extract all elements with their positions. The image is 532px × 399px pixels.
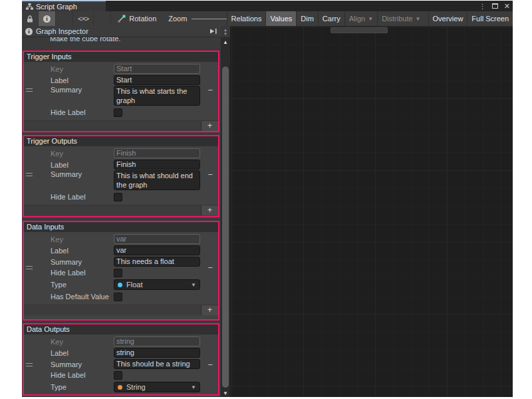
toolbar-button-label: Align <box>349 15 365 23</box>
inspector-section-trigger-inputs: Trigger InputsKeyStartLabelStartSummaryT… <box>23 51 219 132</box>
section-fields: KeyStartLabelStartSummaryThis is what st… <box>24 63 218 118</box>
field-row: Hide Label <box>24 267 218 278</box>
key-field: Finish <box>114 148 200 158</box>
toolbar-spacer <box>94 11 111 26</box>
remove-item-button[interactable]: − <box>207 263 213 273</box>
field-row: Hide Label <box>24 107 218 118</box>
toolbar-button-label: Dim <box>301 15 314 23</box>
remove-item-button[interactable]: − <box>207 360 213 370</box>
checkbox-unchecked[interactable] <box>114 293 122 301</box>
screenshot-stage: Script Graph ⋮ ✕ i <×> <box>0 0 532 399</box>
reorder-handle-icon[interactable] <box>26 266 33 271</box>
type-dropdown[interactable]: String▼ <box>114 382 200 392</box>
add-item-button[interactable]: + <box>201 205 218 215</box>
toolbar-button-align[interactable]: Align▼ <box>344 11 377 26</box>
scroll-up-arrow-icon[interactable]: ▲ <box>221 39 230 45</box>
field-label: Hide Label <box>24 371 114 379</box>
window-menu-icon[interactable]: ⋮ <box>479 3 486 10</box>
reorder-handle-icon[interactable] <box>26 88 33 94</box>
toolbar-button-carry[interactable]: Carry <box>318 11 344 26</box>
scrollbar-thumb[interactable] <box>222 66 229 388</box>
field-label: Summary <box>24 360 114 368</box>
field-label: Has Default Value <box>24 293 114 301</box>
value-preview-button[interactable]: <×> <box>73 11 94 26</box>
graph-canvas[interactable] <box>230 27 513 397</box>
summary-textarea[interactable]: This is what starts the graph <box>114 86 200 106</box>
section-header: Trigger Inputs <box>24 52 218 62</box>
remove-item-button[interactable]: − <box>207 85 213 96</box>
add-item-button[interactable]: + <box>201 121 218 131</box>
toolbar-right-buttons: RelationsValuesDimCarryAlign▼Distribute▼… <box>227 11 513 26</box>
checkbox-unchecked[interactable] <box>114 371 122 380</box>
reorder-handle-icon[interactable] <box>26 173 33 178</box>
type-color-dot <box>118 283 122 287</box>
field-row: TypeString▼ <box>24 380 218 394</box>
inspector-scrollbar[interactable]: ▲ ▼ ▲ ▼ <box>221 26 230 397</box>
field-row: SummaryThis is what starts the graph <box>24 86 218 107</box>
toolbar-button-distribute[interactable]: Distribute▼ <box>377 11 424 26</box>
toolbar-button-dim[interactable]: Dim <box>296 11 318 26</box>
remove-item-button[interactable]: − <box>207 170 213 180</box>
scroll-stepper[interactable]: ▲ ▼ <box>221 26 230 37</box>
toolbar-button-relations[interactable]: Relations <box>227 11 266 26</box>
add-item-button[interactable]: + <box>201 305 218 315</box>
lock-button[interactable] <box>22 11 39 26</box>
field-control <box>114 371 200 380</box>
summary-textarea[interactable]: This is what should end the graph <box>114 170 200 190</box>
lock-icon <box>27 15 33 23</box>
chevron-down-icon: ▼ <box>191 282 196 288</box>
field-label: Hide Label <box>24 193 114 201</box>
expand-panel-icon <box>209 28 217 35</box>
field-control: Finish <box>114 160 200 170</box>
field-row: SummaryThis needs a float <box>24 256 218 267</box>
field-label: Key <box>24 65 114 73</box>
tab-script-graph[interactable]: Script Graph <box>22 1 106 11</box>
type-dropdown-value: String <box>126 383 146 391</box>
toolbar-button-overview[interactable]: Overview <box>428 11 467 26</box>
field-row: Hide Label <box>24 192 218 202</box>
canvas-overlay-bar <box>331 27 388 33</box>
checkbox-unchecked[interactable] <box>114 193 122 201</box>
scroll-down-arrow-icon[interactable]: ▼ <box>221 390 230 396</box>
close-icon[interactable]: ✕ <box>504 2 510 11</box>
field-control: This is what should end the graph <box>114 170 200 190</box>
field-control: string <box>114 336 200 346</box>
field-control: Float▼ <box>114 279 200 290</box>
text-field[interactable]: This should be a string <box>114 359 200 369</box>
key-field: string <box>114 336 200 346</box>
field-row: SummaryThis is what should end the graph <box>24 170 218 192</box>
reorder-handle-icon[interactable] <box>26 363 33 368</box>
field-label: Type <box>24 281 114 289</box>
field-row: Labelvar <box>24 245 218 256</box>
field-row: LabelStart <box>24 74 218 86</box>
text-field[interactable]: Start <box>114 75 200 85</box>
type-dropdown[interactable]: Float▼ <box>114 279 200 290</box>
key-field: var <box>114 234 200 244</box>
chevron-down-icon: ▼ <box>368 16 373 22</box>
info-toggle-button[interactable]: i <box>39 11 56 26</box>
chevron-down-icon: ▼ <box>416 16 421 22</box>
toolbar-spacer <box>56 11 73 26</box>
chevron-down-icon: ▼ <box>191 384 196 390</box>
toolbar-button-full-screen[interactable]: Full Screen <box>467 11 513 26</box>
inspector-section-trigger-outputs: Trigger OutputsKeyFinishLabelFinishSumma… <box>23 135 219 217</box>
field-label: Summary <box>24 86 114 94</box>
checkbox-unchecked[interactable] <box>114 108 122 117</box>
section-header: Trigger Outputs <box>24 136 218 146</box>
checkbox-unchecked[interactable] <box>114 269 122 277</box>
field-control: This needs a float <box>114 257 200 267</box>
text-field[interactable]: Finish <box>114 160 200 170</box>
field-row: Labelstring <box>24 347 218 358</box>
toolbar-button-label: Values <box>270 15 292 23</box>
text-field[interactable]: var <box>114 245 200 255</box>
text-field[interactable]: string <box>114 348 200 358</box>
field-label: Hide Label <box>24 108 114 116</box>
maximize-icon[interactable] <box>492 3 498 9</box>
text-field[interactable]: This needs a float <box>114 257 200 267</box>
expand-panel-button[interactable] <box>209 28 217 35</box>
script-graph-icon <box>26 3 33 10</box>
rotation-indicator: Rotation <box>111 15 163 23</box>
graph-summary-clipped: Make the cube rotate. <box>50 37 120 45</box>
toolbar-button-values[interactable]: Values <box>265 11 296 26</box>
field-row: Keystring <box>24 336 218 347</box>
